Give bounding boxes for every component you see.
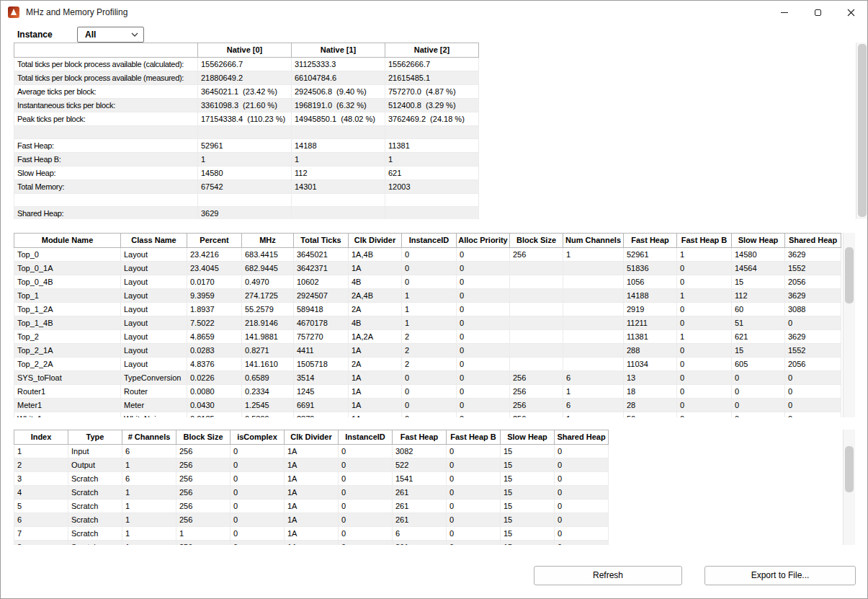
table-row[interactable]: Top_1Layout9.3959274.172529245072A,4B101… [14, 289, 841, 303]
table-cell[interactable]: Input [68, 445, 122, 458]
table-cell[interactable]: 28 [624, 399, 677, 412]
table-cell[interactable]: 0 [457, 385, 510, 399]
table-cell[interactable]: 2056 [785, 358, 841, 371]
table-cell[interactable]: 1056 [624, 275, 677, 289]
table-cell[interactable]: 9.3959 [187, 289, 242, 303]
table-cell[interactable]: Layout [121, 289, 187, 303]
table-cell[interactable] [563, 344, 624, 358]
table-cell[interactable]: 1A [285, 445, 339, 458]
table-row[interactable]: SYS_toFloatTypeConversion0.02260.6589351… [14, 371, 841, 385]
table-cell[interactable]: 1 [122, 500, 176, 513]
table-row[interactable]: Meter1Meter0.04301.254566911A00256628000 [14, 399, 841, 412]
table-cell[interactable]: 0 [457, 330, 510, 344]
table-cell[interactable]: 0 [732, 385, 785, 399]
table-cell[interactable]: 3642371 [294, 262, 349, 275]
table-cell[interactable]: 1A,2A [349, 330, 402, 344]
table-cell[interactable]: 0 [677, 358, 732, 371]
table-cell[interactable]: 51 [732, 316, 785, 330]
table-cell[interactable]: 0.4970 [242, 275, 294, 289]
table-cell[interactable]: 0 [231, 486, 285, 500]
table-cell[interactable]: 13 [624, 371, 677, 385]
table-cell[interactable]: 0 [677, 371, 732, 385]
table-cell[interactable]: Meter [121, 399, 187, 412]
table-cell[interactable]: 1 [292, 153, 385, 167]
table-row[interactable]: Top_2_1ALayout0.02830.827144111A20288015… [14, 344, 841, 358]
table-cell[interactable]: 0.0430 [187, 399, 242, 412]
table-cell[interactable]: Scratch [68, 486, 122, 500]
table-cell[interactable]: 1552 [785, 262, 841, 275]
table-cell[interactable]: 15 [501, 500, 555, 513]
table-cell[interactable]: 0 [785, 385, 841, 399]
table-cell[interactable]: 15 [732, 275, 785, 289]
table-cell[interactable] [563, 289, 624, 303]
table-cell[interactable]: 757270.0 (4.87 %) [385, 85, 479, 99]
table-cell[interactable]: 31125333.3 [292, 58, 385, 71]
table-cell[interactable]: TypeConversion [121, 371, 187, 385]
module-scrollbar-thumb[interactable] [845, 247, 854, 303]
titlebar[interactable]: MHz and Memory Profiling [1, 1, 867, 24]
table-cell[interactable]: 261 [393, 513, 447, 527]
table-cell[interactable]: Top_2_1A [14, 344, 121, 358]
table-cell[interactable]: 3088 [785, 303, 841, 316]
table-cell[interactable] [385, 126, 479, 139]
table-cell[interactable] [510, 275, 563, 289]
table-cell[interactable]: 0 [555, 500, 609, 513]
instance-dropdown[interactable]: All [77, 27, 144, 43]
table-cell[interactable]: 0 [231, 445, 285, 458]
table-cell[interactable]: 66104784.6 [292, 71, 385, 85]
table-cell[interactable]: 15 [732, 344, 785, 358]
table-cell[interactable]: 3645021.1 (23.42 %) [198, 85, 292, 99]
table-cell[interactable]: 67542 [198, 180, 292, 194]
table-cell[interactable]: 14301 [292, 180, 385, 194]
table-row[interactable]: Peak ticks per block:17154338.4 (110.23 … [14, 112, 479, 126]
table-cell[interactable]: 0.5399 [242, 412, 294, 418]
table-cell[interactable]: 11034 [624, 358, 677, 371]
table-cell[interactable]: 0 [785, 316, 841, 330]
table-row[interactable]: White1WhiteNoise0.01850.539928791A002561… [14, 412, 841, 418]
table-cell[interactable]: 0 [457, 262, 510, 275]
table-cell[interactable]: 0 [447, 500, 501, 513]
table-cell[interactable]: 4.8659 [187, 330, 242, 344]
table-cell[interactable]: 1A [285, 541, 339, 546]
table-cell[interactable]: 14188 [624, 289, 677, 303]
table-cell[interactable]: 1A [349, 385, 402, 399]
table-cell[interactable]: 4670178 [294, 316, 349, 330]
table-row[interactable]: Shared Heap:3629 [14, 207, 479, 220]
table-cell[interactable]: 1A [349, 344, 402, 358]
table-cell[interactable]: 256 [176, 500, 231, 513]
table-cell[interactable]: 0 [457, 275, 510, 289]
table-cell[interactable]: 0.0283 [187, 344, 242, 358]
table-cell[interactable]: 15 [501, 458, 555, 472]
table-cell[interactable]: 0.0226 [187, 371, 242, 385]
table-cell[interactable]: 15562666.7 [385, 58, 479, 71]
table-cell[interactable]: Fast Heap B: [14, 153, 198, 167]
table-cell[interactable]: 261 [393, 541, 447, 546]
table-cell[interactable]: 2 [402, 358, 457, 371]
table-cell[interactable]: 6 [14, 513, 68, 527]
table-row[interactable]: Total Memory:675421430112003 [14, 180, 479, 194]
table-cell[interactable]: 0 [677, 262, 732, 275]
table-cell[interactable]: Meter1 [14, 399, 121, 412]
table-cell[interactable]: 0 [231, 541, 285, 546]
table-row[interactable]: 7Scratch1101A060150 [14, 527, 609, 541]
table-cell[interactable]: 2924506.8 (9.40 %) [292, 85, 385, 99]
table-cell[interactable]: 2A [349, 303, 402, 316]
minimize-button[interactable] [768, 1, 801, 24]
table-cell[interactable]: 3762469.2 (24.18 %) [385, 112, 479, 126]
table-cell[interactable]: 1 [122, 527, 176, 541]
table-cell[interactable]: Top_2 [14, 330, 121, 344]
table-cell[interactable]: Top_1_2A [14, 303, 121, 316]
table-row[interactable]: Average ticks per block:3645021.1 (23.42… [14, 85, 479, 99]
table-cell[interactable]: 2056 [785, 275, 841, 289]
table-cell[interactable]: 18 [624, 385, 677, 399]
table-cell[interactable]: 4 [14, 486, 68, 500]
table-cell[interactable]: 1 [385, 153, 479, 167]
table-cell[interactable]: Top_0_1A [14, 262, 121, 275]
table-row[interactable] [14, 126, 479, 139]
table-cell[interactable]: 256 [510, 371, 563, 385]
table-cell[interactable] [510, 316, 563, 330]
table-cell[interactable]: Scratch [68, 472, 122, 486]
table-cell[interactable]: 0 [447, 541, 501, 546]
table-cell[interactable]: 1A [349, 399, 402, 412]
table-cell[interactable]: 17154338.4 (110.23 %) [198, 112, 292, 126]
